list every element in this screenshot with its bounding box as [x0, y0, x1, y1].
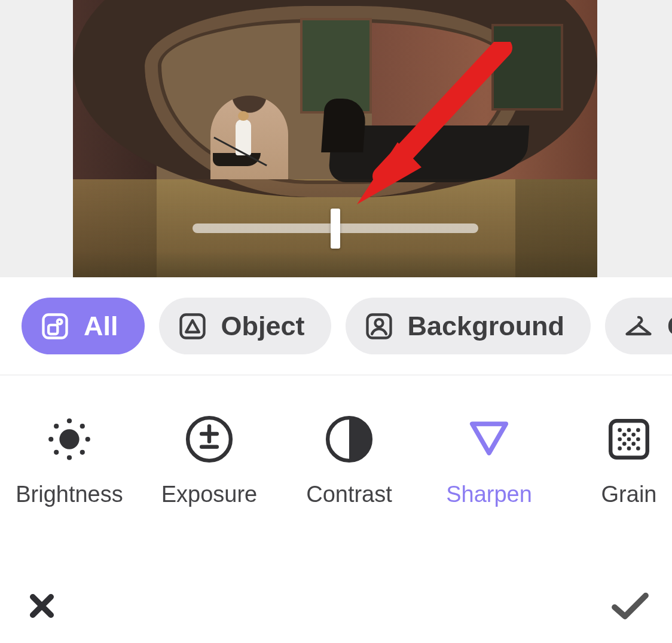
tool-label: Grain	[601, 482, 657, 507]
svg-point-31	[636, 446, 640, 451]
tool-contrast[interactable]: Contrast	[288, 415, 410, 507]
svg-rect-5	[181, 314, 204, 338]
svg-point-33	[631, 433, 636, 437]
tool-label: Exposure	[161, 482, 258, 507]
tool-grain[interactable]: Grain	[568, 415, 672, 507]
tool-label: Brightness	[16, 482, 123, 507]
footer-actions	[0, 590, 672, 624]
image-preview	[0, 0, 672, 277]
svg-point-11	[48, 437, 53, 442]
svg-point-26	[618, 437, 622, 442]
svg-point-29	[618, 446, 622, 451]
tool-brightness[interactable]: Brightness	[8, 415, 130, 507]
svg-point-24	[627, 428, 631, 432]
svg-point-4	[57, 319, 62, 324]
svg-point-34	[622, 442, 627, 446]
tab-clothes[interactable]: Cl	[605, 298, 672, 354]
tab-background[interactable]: Background	[346, 298, 591, 354]
exposure-icon	[185, 415, 234, 464]
tool-label: Sharpen	[446, 482, 532, 507]
grain-icon	[604, 415, 653, 464]
svg-point-28	[636, 437, 640, 442]
adjust-slider-thumb[interactable]	[331, 209, 340, 249]
tab-label: All	[84, 311, 118, 342]
svg-point-32	[622, 433, 627, 437]
svg-point-8	[59, 429, 79, 449]
tool-exposure[interactable]: Exposure	[148, 415, 270, 507]
brightness-icon	[45, 415, 94, 464]
svg-point-30	[627, 446, 631, 451]
crop-shape-icon	[39, 311, 71, 342]
tab-object[interactable]: Object	[159, 298, 331, 354]
svg-rect-3	[48, 324, 57, 333]
gondola	[328, 125, 530, 182]
tab-all[interactable]: All	[22, 298, 145, 354]
svg-point-35	[631, 442, 636, 446]
svg-point-7	[375, 319, 383, 327]
close-icon	[26, 590, 57, 624]
cancel-button[interactable]	[25, 590, 59, 624]
hanger-icon	[623, 311, 654, 342]
tab-label: Object	[221, 311, 305, 342]
sharpen-icon	[465, 415, 514, 464]
tab-label: Cl	[667, 311, 672, 342]
person-icon	[364, 311, 395, 342]
svg-point-9	[67, 418, 72, 423]
svg-point-10	[67, 455, 72, 460]
confirm-button[interactable]	[613, 590, 647, 624]
tool-label: Contrast	[306, 482, 392, 507]
contrast-icon	[325, 415, 374, 464]
tab-label: Background	[408, 311, 565, 342]
svg-point-15	[54, 450, 59, 455]
svg-point-16	[80, 450, 85, 455]
green-window-right	[491, 24, 563, 111]
adjust-tools: Brightness Exposure Contrast	[0, 375, 672, 507]
svg-point-23	[618, 428, 622, 432]
svg-point-25	[636, 428, 640, 432]
svg-point-14	[80, 424, 85, 428]
segment-tabs: All Object Background	[0, 277, 672, 375]
svg-point-12	[85, 437, 90, 442]
svg-point-13	[54, 424, 59, 428]
svg-point-27	[627, 437, 631, 442]
photo-editor: All Object Background	[0, 0, 672, 643]
object-delta-icon	[177, 311, 208, 342]
tool-sharpen[interactable]: Sharpen	[428, 415, 550, 507]
check-icon	[610, 590, 650, 624]
